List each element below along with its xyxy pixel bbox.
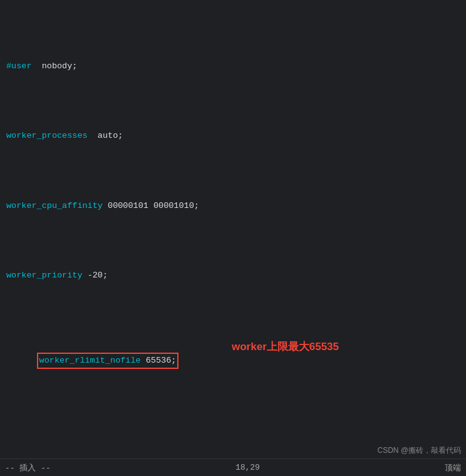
code-area: #user nobody; worker_processes auto; wor…: [0, 4, 466, 476]
line-user: #user nobody;: [6, 59, 460, 73]
editor-container: #user nobody; worker_processes auto; wor…: [0, 0, 466, 476]
status-bar: -- 插入 -- 18,29 顶端: [0, 458, 466, 476]
watermark: CSDN @搬砖，敲看代码: [377, 445, 461, 456]
cursor-position: 18,29: [236, 463, 260, 472]
line-worker-rlimit: worker_rlimit_nofile 65536; worker上限最大65…: [6, 338, 460, 396]
annotation-worker-limit: worker上限最大65535: [232, 338, 339, 356]
line-worker-processes: worker_processes auto;: [6, 129, 460, 143]
line-worker-cpu: worker_cpu_affinity 00000101 00001010;: [6, 199, 460, 213]
editor-mode: -- 插入 --: [5, 462, 51, 473]
line-worker-priority: worker_priority -20;: [6, 269, 460, 282]
highlighted-rlimit: worker_rlimit_nofile 65536;: [37, 353, 179, 369]
watermark-text: CSDN @搬砖，敲看代码: [377, 446, 461, 455]
scroll-position: 顶端: [445, 462, 461, 473]
